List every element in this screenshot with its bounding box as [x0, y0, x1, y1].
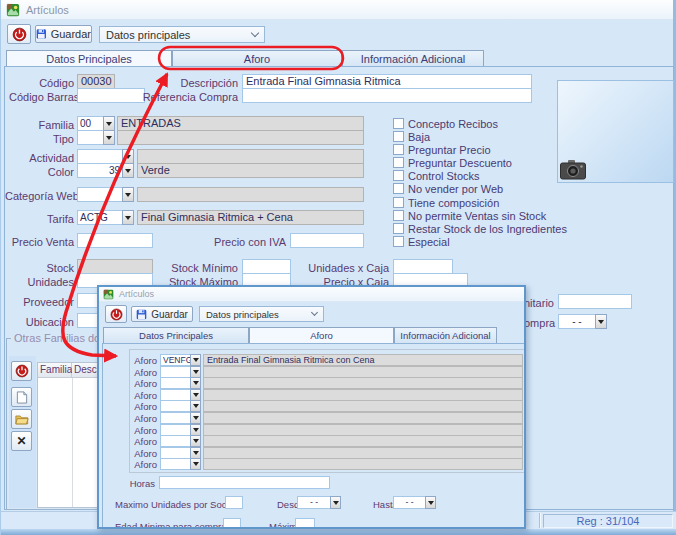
otras-familias-exit-button[interactable] [11, 361, 32, 381]
dropdown-arrow-icon[interactable] [190, 377, 201, 389]
checkbox-baja[interactable] [393, 131, 404, 142]
dialog-exit-button[interactable] [105, 305, 127, 323]
stock-minimo-label: Stock Mínimo [154, 262, 238, 274]
dropdown-arrow-icon[interactable] [122, 210, 134, 225]
exit-button[interactable] [7, 24, 31, 44]
save-icon [136, 309, 147, 320]
checkbox-especial[interactable] [393, 236, 404, 247]
dialog-tab-aforo[interactable]: Aforo [249, 327, 394, 343]
precio-venta-label: Precio Venta [9, 236, 74, 248]
otras-familias-open-button[interactable] [11, 409, 32, 429]
dropdown-arrow-icon[interactable] [103, 130, 115, 145]
dialog-view-select[interactable]: Datos principales [199, 306, 324, 322]
actividad-combo[interactable] [77, 149, 134, 164]
compra-date-combo[interactable]: - - [558, 314, 607, 329]
referencia-compra-label: Referencia Compra [141, 91, 238, 103]
tab-datos-principales[interactable]: Datos Principales [6, 50, 172, 67]
unidades-x-caja-field[interactable] [393, 259, 453, 274]
color-combo[interactable]: 39 [77, 163, 134, 178]
codigo-barras-field[interactable] [77, 88, 145, 103]
tarifa-label: Tarifa [9, 213, 74, 225]
checkbox-concepto-recibos[interactable] [393, 118, 404, 129]
dialog-titlebar: Artículos [99, 287, 524, 302]
save-icon [36, 28, 47, 40]
hasta-combo[interactable]: - - [393, 496, 436, 509]
descripcion-field[interactable]: Entrada Final Gimnasia Ritmica [242, 74, 532, 89]
checkbox-preguntar-descuento[interactable] [393, 157, 404, 168]
edad-minima-field[interactable] [223, 518, 241, 529]
app-icon [6, 3, 20, 17]
tab-aforo[interactable]: Aforo [172, 50, 342, 67]
dropdown-arrow-icon[interactable] [122, 187, 134, 202]
aforo-combo-4[interactable] [160, 400, 201, 412]
tab-informacion-adicional[interactable]: Información Adicional [342, 50, 484, 67]
ubicacion-label: Ubicación [9, 316, 74, 328]
photo-placeholder[interactable] [557, 80, 674, 183]
checkbox-no-permite-ventas[interactable] [393, 210, 404, 221]
color-label: Color [9, 166, 74, 178]
dropdown-arrow-icon[interactable] [190, 354, 201, 366]
tipo-combo[interactable] [77, 130, 115, 145]
record-counter: Reg : 31/104 [543, 514, 673, 528]
power-icon [110, 308, 123, 321]
aforo-desc-2 [203, 377, 523, 389]
familia-name-field: ENTRADAS [117, 116, 364, 131]
maximo-unidades-label: Maximo Unidades por Socio [115, 499, 222, 510]
maximo-unidades-field[interactable] [225, 496, 243, 509]
aforo-combo-5[interactable] [160, 412, 201, 424]
categoria-web-combo[interactable] [77, 187, 134, 202]
aforo-combo-0[interactable]: VENFG [160, 354, 201, 366]
table-header-familia: Familia [38, 363, 72, 378]
actividad-label: Actividad [9, 152, 74, 164]
dropdown-arrow-icon[interactable] [103, 116, 115, 131]
aforo-desc-4 [203, 400, 523, 412]
unidades-x-caja-label: Unidades x Caja [295, 262, 389, 274]
camera-icon [560, 160, 586, 180]
coste-unitario-field[interactable] [558, 294, 632, 309]
main-window-title: Artículos [26, 4, 69, 16]
checkbox-no-vender-web[interactable] [393, 183, 404, 194]
desde-combo[interactable]: - - [297, 496, 341, 509]
tarifa-combo[interactable]: ACTG [77, 210, 134, 225]
otras-familias-new-button[interactable] [11, 387, 32, 407]
checkbox-preguntar-precio[interactable] [393, 144, 404, 155]
save-button[interactable]: Guardar [35, 25, 92, 43]
dropdown-arrow-icon[interactable] [190, 412, 201, 424]
aforo-desc-7 [203, 435, 523, 447]
dropdown-arrow-icon[interactable] [122, 163, 134, 178]
otras-familias-delete-button[interactable]: ✕ [11, 431, 32, 451]
aforo-combo-2[interactable] [160, 377, 201, 389]
aforo-combo-7[interactable] [160, 435, 201, 447]
precio-con-iva-field[interactable] [290, 233, 364, 248]
dropdown-arrow-icon[interactable] [425, 496, 436, 509]
horas-label: Horas [119, 478, 155, 489]
dropdown-arrow-icon[interactable] [122, 149, 134, 164]
view-select[interactable]: Datos principales [99, 26, 265, 43]
dropdown-arrow-icon[interactable] [330, 496, 341, 509]
tipo-name-field [117, 130, 364, 145]
dialog-save-button[interactable]: Guardar [131, 306, 193, 322]
checkbox-restar-stock[interactable] [393, 223, 404, 234]
descripcion-label: Descripción [149, 77, 238, 89]
dropdown-arrow-icon[interactable] [190, 458, 201, 470]
precio-venta-field[interactable] [77, 233, 153, 248]
aforo-desc-9 [203, 458, 523, 470]
main-titlebar: Artículos [1, 0, 673, 20]
maxima-field[interactable] [295, 518, 315, 529]
familia-label: Familia [9, 119, 74, 131]
horas-field[interactable] [159, 476, 330, 489]
dropdown-arrow-icon[interactable] [595, 314, 607, 329]
dropdown-arrow-icon[interactable] [190, 435, 201, 447]
dialog-tab-informacion-adicional[interactable]: Información Adicional [394, 327, 497, 343]
familia-combo[interactable]: 00 [77, 116, 115, 131]
checkbox-tiene-composicion[interactable] [393, 197, 404, 208]
referencia-compra-field[interactable] [242, 88, 532, 103]
dialog-tab-datos-principales[interactable]: Datos Principales [103, 327, 249, 343]
stock-minimo-field[interactable] [242, 259, 291, 274]
codigo-field[interactable]: 00030 [77, 74, 115, 89]
checkbox-control-stocks[interactable] [393, 170, 404, 181]
dropdown-arrow-icon[interactable] [190, 400, 201, 412]
articulos-dialog-window: Artículos Guardar Datos principales Dato… [97, 285, 526, 529]
aforo-combo-9[interactable] [160, 458, 201, 470]
save-button-label: Guardar [51, 28, 91, 40]
